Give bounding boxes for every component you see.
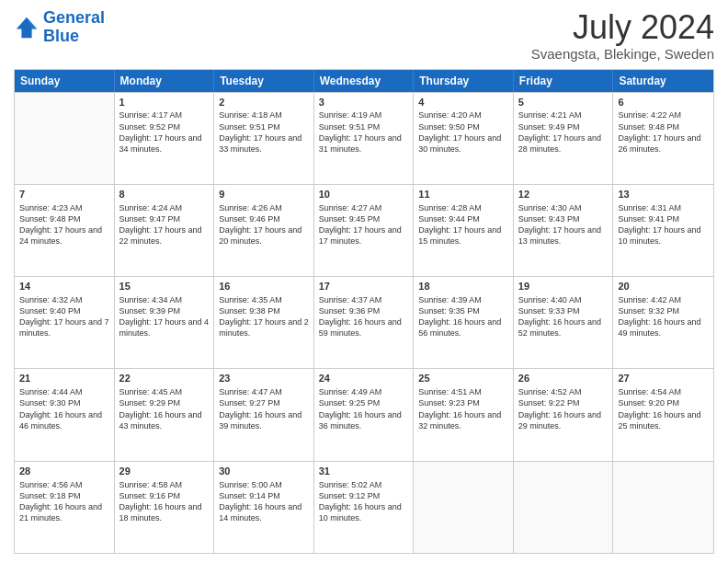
cal-cell-4-4: [414, 462, 514, 553]
day-number: 9: [219, 188, 309, 201]
day-number: 28: [19, 465, 109, 478]
day-info: Sunrise: 4:24 AMSunset: 9:47 PMDaylight:…: [119, 202, 210, 247]
day-info: Sunrise: 4:19 AMSunset: 9:51 PMDaylight:…: [319, 109, 409, 155]
cal-cell-0-3: 3Sunrise: 4:19 AMSunset: 9:51 PMDaylight…: [314, 93, 415, 184]
day-number: 20: [618, 280, 709, 293]
cal-cell-1-1: 8Sunrise: 4:24 AMSunset: 9:47 PMDaylight…: [115, 185, 215, 276]
day-number: 22: [119, 372, 210, 385]
cal-cell-1-2: 9Sunrise: 4:26 AMSunset: 9:46 PMDaylight…: [214, 185, 314, 276]
cal-row-0: 1Sunrise: 4:17 AMSunset: 9:52 PMDaylight…: [15, 92, 713, 184]
day-number: 8: [119, 188, 210, 201]
day-number: 10: [319, 188, 409, 201]
page: General Blue July 2024 Svaengsta, Blekin…: [0, 0, 728, 563]
cal-cell-3-0: 21Sunrise: 4:44 AMSunset: 9:30 PMDayligh…: [15, 369, 115, 460]
day-info: Sunrise: 4:56 AMSunset: 9:18 PMDaylight:…: [19, 479, 109, 524]
day-number: 24: [319, 372, 409, 385]
logo: General Blue: [14, 9, 105, 46]
day-number: 4: [418, 96, 508, 109]
logo-text: General Blue: [43, 9, 105, 46]
day-number: 7: [19, 188, 109, 201]
cal-cell-1-3: 10Sunrise: 4:27 AMSunset: 9:45 PMDayligh…: [314, 185, 415, 276]
day-number: 16: [219, 280, 309, 293]
day-info: Sunrise: 4:17 AMSunset: 9:52 PMDaylight:…: [119, 109, 210, 155]
day-info: Sunrise: 4:37 AMSunset: 9:36 PMDaylight:…: [319, 294, 409, 339]
day-info: Sunrise: 4:35 AMSunset: 9:38 PMDaylight:…: [219, 294, 309, 339]
cal-header-thursday: Thursday: [414, 70, 514, 92]
day-info: Sunrise: 4:30 AMSunset: 9:43 PMDaylight:…: [518, 202, 609, 247]
day-info: Sunrise: 4:21 AMSunset: 9:49 PMDaylight:…: [518, 109, 609, 155]
cal-cell-0-6: 6Sunrise: 4:22 AMSunset: 9:48 PMDaylight…: [613, 93, 713, 184]
day-number: 14: [19, 280, 109, 293]
cal-cell-2-3: 17Sunrise: 4:37 AMSunset: 9:36 PMDayligh…: [314, 277, 415, 368]
day-info: Sunrise: 4:22 AMSunset: 9:48 PMDaylight:…: [618, 109, 709, 155]
day-info: Sunrise: 4:32 AMSunset: 9:40 PMDaylight:…: [19, 294, 109, 339]
title-block: July 2024 Svaengsta, Blekinge, Sweden: [531, 9, 714, 62]
day-info: Sunrise: 4:34 AMSunset: 9:39 PMDaylight:…: [119, 294, 210, 339]
day-info: Sunrise: 4:42 AMSunset: 9:32 PMDaylight:…: [618, 294, 709, 339]
cal-cell-2-5: 19Sunrise: 4:40 AMSunset: 9:33 PMDayligh…: [514, 277, 614, 368]
cal-header-monday: Monday: [115, 70, 215, 92]
day-number: 26: [518, 372, 609, 385]
day-info: Sunrise: 4:45 AMSunset: 9:29 PMDaylight:…: [119, 386, 210, 431]
day-info: Sunrise: 4:39 AMSunset: 9:35 PMDaylight:…: [418, 294, 508, 339]
day-number: 23: [219, 372, 309, 385]
cal-header-saturday: Saturday: [613, 70, 713, 92]
cal-header-sunday: Sunday: [15, 70, 115, 92]
day-info: Sunrise: 4:26 AMSunset: 9:46 PMDaylight:…: [219, 202, 309, 247]
day-info: Sunrise: 4:49 AMSunset: 9:25 PMDaylight:…: [319, 386, 409, 431]
day-info: Sunrise: 5:02 AMSunset: 9:12 PMDaylight:…: [319, 479, 409, 524]
day-info: Sunrise: 4:52 AMSunset: 9:22 PMDaylight:…: [518, 386, 609, 431]
cal-cell-0-5: 5Sunrise: 4:21 AMSunset: 9:49 PMDaylight…: [514, 93, 614, 184]
day-number: 30: [219, 465, 309, 478]
day-info: Sunrise: 4:51 AMSunset: 9:23 PMDaylight:…: [418, 386, 508, 431]
cal-cell-4-1: 29Sunrise: 4:58 AMSunset: 9:16 PMDayligh…: [115, 462, 215, 553]
cal-cell-2-4: 18Sunrise: 4:39 AMSunset: 9:35 PMDayligh…: [414, 277, 514, 368]
day-number: 18: [418, 280, 508, 293]
cal-header-friday: Friday: [514, 70, 614, 92]
day-number: 21: [19, 372, 109, 385]
cal-cell-1-6: 13Sunrise: 4:31 AMSunset: 9:41 PMDayligh…: [613, 185, 713, 276]
day-number: 13: [618, 188, 709, 201]
header: General Blue July 2024 Svaengsta, Blekin…: [14, 9, 714, 62]
day-info: Sunrise: 4:40 AMSunset: 9:33 PMDaylight:…: [518, 294, 609, 339]
day-number: 25: [418, 372, 508, 385]
day-number: 3: [319, 96, 409, 109]
month-year: July 2024: [531, 9, 714, 46]
day-info: Sunrise: 4:27 AMSunset: 9:45 PMDaylight:…: [319, 202, 409, 247]
calendar-body: 1Sunrise: 4:17 AMSunset: 9:52 PMDaylight…: [15, 92, 713, 553]
cal-row-2: 14Sunrise: 4:32 AMSunset: 9:40 PMDayligh…: [15, 276, 713, 368]
day-info: Sunrise: 4:44 AMSunset: 9:30 PMDaylight:…: [19, 386, 109, 431]
cal-cell-2-2: 16Sunrise: 4:35 AMSunset: 9:38 PMDayligh…: [214, 277, 314, 368]
logo-general: General: [43, 8, 105, 27]
cal-header-tuesday: Tuesday: [214, 70, 314, 92]
day-info: Sunrise: 4:23 AMSunset: 9:48 PMDaylight:…: [19, 202, 109, 247]
cal-cell-4-0: 28Sunrise: 4:56 AMSunset: 9:18 PMDayligh…: [15, 462, 115, 553]
day-number: 12: [518, 188, 609, 201]
day-info: Sunrise: 4:20 AMSunset: 9:50 PMDaylight:…: [418, 109, 508, 155]
calendar-header-row: SundayMondayTuesdayWednesdayThursdayFrid…: [15, 70, 713, 92]
day-number: 29: [119, 465, 210, 478]
day-info: Sunrise: 4:31 AMSunset: 9:41 PMDaylight:…: [618, 202, 709, 247]
cal-cell-3-4: 25Sunrise: 4:51 AMSunset: 9:23 PMDayligh…: [414, 369, 514, 460]
cal-cell-2-6: 20Sunrise: 4:42 AMSunset: 9:32 PMDayligh…: [613, 277, 713, 368]
cal-cell-3-5: 26Sunrise: 4:52 AMSunset: 9:22 PMDayligh…: [514, 369, 614, 460]
cal-cell-4-5: [514, 462, 614, 553]
day-number: 5: [518, 96, 609, 109]
cal-cell-4-6: [613, 462, 713, 553]
cal-cell-3-1: 22Sunrise: 4:45 AMSunset: 9:29 PMDayligh…: [115, 369, 215, 460]
day-number: 31: [319, 465, 409, 478]
cal-cell-0-4: 4Sunrise: 4:20 AMSunset: 9:50 PMDaylight…: [414, 93, 514, 184]
cal-cell-0-1: 1Sunrise: 4:17 AMSunset: 9:52 PMDaylight…: [115, 93, 215, 184]
cal-cell-2-1: 15Sunrise: 4:34 AMSunset: 9:39 PMDayligh…: [115, 277, 215, 368]
cal-row-4: 28Sunrise: 4:56 AMSunset: 9:18 PMDayligh…: [15, 461, 713, 553]
cal-cell-4-2: 30Sunrise: 5:00 AMSunset: 9:14 PMDayligh…: [214, 462, 314, 553]
day-info: Sunrise: 4:47 AMSunset: 9:27 PMDaylight:…: [219, 386, 309, 431]
day-info: Sunrise: 5:00 AMSunset: 9:14 PMDaylight:…: [219, 479, 309, 524]
day-number: 19: [518, 280, 609, 293]
location: Svaengsta, Blekinge, Sweden: [531, 46, 714, 62]
day-info: Sunrise: 4:18 AMSunset: 9:51 PMDaylight:…: [219, 109, 309, 155]
calendar: SundayMondayTuesdayWednesdayThursdayFrid…: [14, 69, 714, 554]
cal-cell-2-0: 14Sunrise: 4:32 AMSunset: 9:40 PMDayligh…: [15, 277, 115, 368]
day-number: 17: [319, 280, 409, 293]
cal-cell-4-3: 31Sunrise: 5:02 AMSunset: 9:12 PMDayligh…: [314, 462, 415, 553]
